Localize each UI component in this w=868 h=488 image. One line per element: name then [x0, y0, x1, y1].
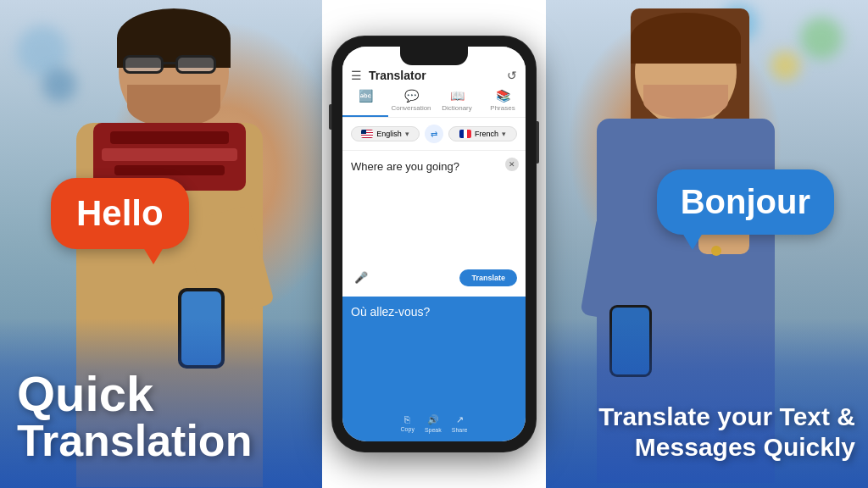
translated-text: Où allez-vous? [351, 305, 517, 410]
swap-icon: ⇄ [431, 130, 437, 139]
left-panel: Hello Quick Translation [0, 0, 322, 488]
man-glasses [123, 55, 216, 74]
history-icon[interactable]: ↺ [507, 69, 517, 82]
source-language-button[interactable]: English ▾ [351, 126, 420, 141]
share-label: Share [452, 427, 468, 433]
translate-line1: Translate your Text & [598, 402, 855, 432]
dictionary-tab-icon: 📖 [450, 89, 465, 103]
microphone-button[interactable]: 🎤 [351, 268, 371, 288]
tab-translate[interactable]: 🔤 [342, 86, 388, 117]
translation-label: Translation [17, 419, 252, 463]
speak-action[interactable]: 🔊 Speak [425, 414, 442, 433]
input-bottom-bar: 🎤 Translate [351, 268, 517, 288]
tab-conversation[interactable]: 💬 Conversation [388, 86, 434, 117]
input-text-display[interactable]: Where are you going? [351, 159, 517, 263]
right-bottom-text: Translate your Text & Messages Quickly [598, 402, 855, 463]
woman-ring [711, 246, 721, 256]
phrases-tab-label: Phrases [490, 104, 515, 112]
dictionary-tab-label: Dictionary [442, 104, 472, 112]
target-language-button[interactable]: French ▾ [448, 126, 517, 141]
woman-hair-top [631, 13, 741, 64]
woman-jaw [643, 85, 728, 119]
phone-mockup: ☰ Translator ↺ 🔤 💬 Conversation 📖 [332, 36, 536, 452]
tab-phrases[interactable]: 📚 Phrases [480, 86, 526, 117]
translate-line2: Messages Quickly [598, 432, 855, 463]
phone-notch [400, 47, 468, 65]
target-lang-dropdown-icon: ▾ [502, 130, 506, 138]
phrases-tab-icon: 📚 [496, 89, 510, 103]
speak-icon: 🔊 [427, 414, 439, 425]
menu-icon[interactable]: ☰ [351, 69, 362, 82]
tab-dictionary[interactable]: 📖 Dictionary [434, 86, 480, 117]
phone-body: ☰ Translator ↺ 🔤 💬 Conversation 📖 [332, 36, 536, 452]
phone-screen: ☰ Translator ↺ 🔤 💬 Conversation 📖 [342, 47, 526, 441]
target-language-label: French [475, 130, 498, 138]
share-icon: ↗ [456, 414, 464, 425]
conversation-tab-label: Conversation [391, 104, 431, 112]
swap-languages-button[interactable]: ⇄ [425, 125, 443, 143]
copy-label: Copy [401, 426, 415, 432]
right-panel: Bonjour Translate your Text & Messages Q… [546, 0, 868, 488]
phone-volume-button [329, 104, 331, 130]
clear-input-button[interactable]: ✕ [505, 158, 519, 171]
conversation-tab-icon: 💬 [404, 89, 419, 103]
translate-tab-icon: 🔤 [359, 89, 373, 103]
copy-action[interactable]: ⎘ Copy [401, 414, 415, 433]
main-container: Hello Quick Translation [0, 0, 868, 488]
copy-icon: ⎘ [404, 414, 410, 424]
tab-bar: 🔤 💬 Conversation 📖 Dictionary 📚 Phrases [342, 82, 526, 118]
man-jaw [127, 85, 220, 127]
language-selector: English ▾ ⇄ French ▾ [342, 118, 526, 151]
bonjour-speech-bubble: Bonjour [657, 169, 834, 235]
fr-flag-icon [459, 130, 471, 138]
output-area: Où allez-vous? ⎘ Copy 🔊 Speak ↗ Share [342, 297, 526, 442]
input-area: ✕ Where are you going? 🎤 Translate [342, 151, 526, 297]
translate-button[interactable]: Translate [459, 269, 517, 286]
hello-speech-bubble: Hello [51, 178, 189, 249]
mic-icon: 🎤 [354, 271, 368, 284]
share-action[interactable]: ↗ Share [452, 414, 468, 433]
source-lang-dropdown-icon: ▾ [405, 130, 409, 138]
output-actions-bar: ⎘ Copy 🔊 Speak ↗ Share [351, 414, 517, 433]
source-language-label: English [376, 130, 402, 138]
left-bottom-text: Quick Translation [17, 369, 252, 463]
close-icon: ✕ [509, 160, 515, 169]
speak-label: Speak [425, 427, 442, 433]
app-title: Translator [369, 69, 507, 82]
us-flag-icon [361, 130, 373, 138]
phone-power-button [537, 121, 539, 164]
quick-label: Quick [17, 369, 252, 419]
